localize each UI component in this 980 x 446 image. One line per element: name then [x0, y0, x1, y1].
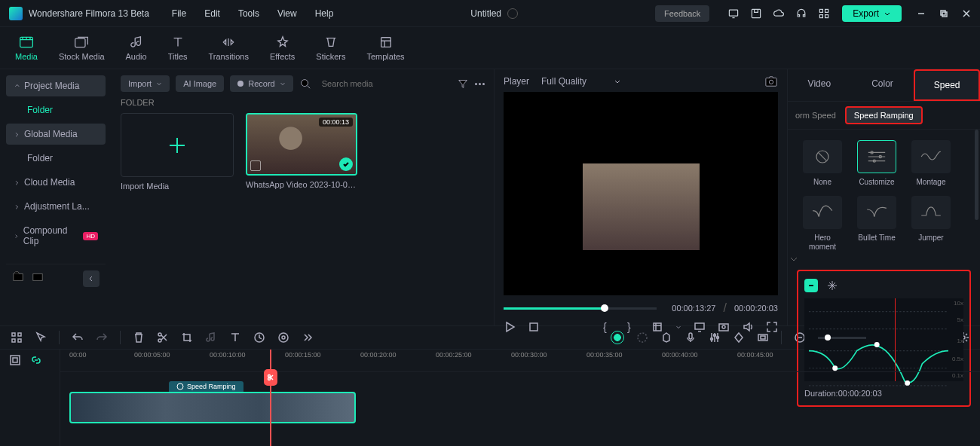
more-tools-icon[interactable] [302, 331, 314, 344]
tl-apps-icon[interactable] [11, 331, 23, 344]
svg-rect-33 [12, 333, 15, 336]
tool-audio[interactable]: Audio [126, 35, 147, 61]
apps-icon[interactable] [818, 8, 830, 20]
import-media-tile[interactable] [121, 113, 234, 177]
sidebar-item-cloud-media[interactable]: Cloud Media [6, 172, 106, 193]
player-panel: Player Full Quality 00:00:13:27 / 00:00:… [495, 69, 788, 325]
preset-jumper[interactable]: Jumper [908, 196, 954, 252]
preset-none[interactable]: None [800, 140, 845, 187]
tool-stock-media[interactable]: Stock Media [59, 35, 105, 61]
timeline-playhead[interactable] [270, 350, 271, 446]
menu-view[interactable]: View [277, 8, 297, 19]
search-icon[interactable] [299, 78, 311, 90]
svg-rect-36 [18, 339, 21, 342]
ai-icon[interactable] [611, 331, 624, 344]
link-icon[interactable] [30, 354, 42, 366]
device-icon[interactable] [727, 8, 740, 20]
svg-rect-12 [33, 273, 42, 280]
tool-effects[interactable]: Effects [270, 35, 295, 61]
tool-titles[interactable]: Titles [168, 35, 188, 61]
track-collapse-icon[interactable] [9, 354, 21, 366]
svg-point-37 [158, 333, 161, 336]
export-button[interactable]: Export [842, 5, 902, 22]
menu-edit[interactable]: Edit [204, 8, 220, 19]
mixer-icon[interactable] [709, 331, 721, 344]
sidebar-item-global-folder[interactable]: Folder [6, 148, 106, 169]
more-icon[interactable] [475, 83, 485, 85]
menu-tools[interactable]: Tools [238, 8, 259, 19]
tl-cursor-icon[interactable] [35, 331, 47, 344]
sidebar-item-folder[interactable]: Folder [6, 99, 106, 121]
tool-templates[interactable]: Templates [366, 35, 404, 61]
import-dropdown[interactable]: Import [121, 75, 170, 92]
render-icon[interactable] [636, 331, 648, 344]
delete-icon[interactable] [133, 331, 145, 344]
tool-media[interactable]: Media [15, 35, 38, 61]
close-icon[interactable] [962, 9, 971, 18]
text-icon[interactable] [229, 331, 241, 344]
adjustment-icon[interactable] [757, 331, 769, 344]
sidebar-item-adjustment-layer[interactable]: Adjustment La... [6, 196, 106, 217]
svg-rect-1 [752, 9, 761, 17]
search-input[interactable] [316, 76, 451, 91]
progress-slider[interactable] [504, 307, 657, 310]
preset-montage[interactable]: Montage [908, 140, 954, 187]
minimize-icon[interactable] [917, 9, 926, 18]
svg-rect-3 [825, 9, 828, 12]
zoom-slider[interactable] [818, 337, 866, 339]
record-dropdown[interactable]: Record [230, 75, 292, 92]
tool-transitions[interactable]: Transitions [209, 35, 249, 61]
menu-help[interactable]: Help [315, 8, 334, 19]
quality-dropdown[interactable]: Full Quality [541, 76, 621, 87]
tab-speed[interactable]: Speed [914, 69, 980, 101]
record-dot-icon [237, 81, 243, 87]
svg-point-56 [177, 383, 183, 389]
ramp-remove-keyframe-icon[interactable] [804, 279, 818, 292]
hot-badge: HD [83, 232, 98, 240]
subtab-uniform-speed[interactable]: orm Speed [795, 111, 836, 120]
crop-tl-icon[interactable] [181, 331, 193, 344]
menu-file[interactable]: File [172, 8, 186, 19]
undo-icon[interactable] [72, 331, 84, 344]
collapse-sidebar-icon[interactable] [83, 270, 100, 287]
folder-icon[interactable] [32, 270, 44, 283]
expand-presets-icon[interactable] [788, 255, 980, 264]
split-icon[interactable] [157, 331, 169, 344]
music-icon[interactable] [205, 331, 217, 344]
filter-icon[interactable] [457, 78, 469, 90]
tab-video[interactable]: Video [788, 69, 851, 101]
inspector-scrollbar[interactable] [975, 130, 978, 220]
video-preview[interactable] [504, 92, 778, 295]
subtab-speed-ramping[interactable]: Speed Ramping [845, 106, 923, 124]
sidebar-item-project-media[interactable]: Project Media [6, 75, 106, 96]
headset-icon[interactable] [795, 8, 807, 20]
new-folder-icon[interactable] [12, 270, 24, 283]
tab-color[interactable]: Color [851, 69, 914, 101]
marker-icon[interactable] [660, 331, 672, 344]
ramp-freeze-icon[interactable] [825, 279, 839, 292]
svg-point-15 [769, 80, 773, 84]
keyframe-icon[interactable] [733, 331, 745, 344]
save-icon[interactable] [750, 8, 762, 20]
sidebar-item-compound-clip[interactable]: Compound Clip HD [6, 220, 106, 252]
snapshot-icon[interactable] [764, 75, 778, 87]
preset-bullet-time[interactable]: Bullet Time [854, 196, 899, 252]
speed-icon[interactable] [253, 331, 265, 344]
ai-image-button[interactable]: AI Image [176, 75, 224, 92]
color-icon[interactable] [277, 331, 289, 344]
sidebar-item-global-media[interactable]: Global Media [6, 124, 106, 145]
mic-icon[interactable] [684, 331, 697, 344]
svg-rect-35 [12, 339, 15, 342]
redo-icon[interactable] [96, 331, 108, 344]
inspector-panel: Video Color Speed orm Speed Speed Rampin… [788, 69, 980, 325]
timeline-clip[interactable]: Speed Ramping [69, 392, 356, 423]
preset-customize[interactable]: Customize [854, 140, 899, 187]
svg-rect-4 [820, 14, 823, 17]
tool-stickers[interactable]: Stickers [316, 35, 345, 61]
timeline-ruler[interactable]: 00:00 00:00:05:00 00:00:10:00 00:00:15:0… [60, 350, 980, 372]
preset-hero-moment[interactable]: Hero moment [800, 196, 845, 252]
maximize-icon[interactable] [939, 9, 948, 18]
cloud-icon[interactable] [773, 8, 785, 20]
feedback-button[interactable]: Feedback [655, 5, 709, 22]
media-clip[interactable]: 00:00:13 WhatsApp Video 2023-10-05... [246, 113, 357, 191]
